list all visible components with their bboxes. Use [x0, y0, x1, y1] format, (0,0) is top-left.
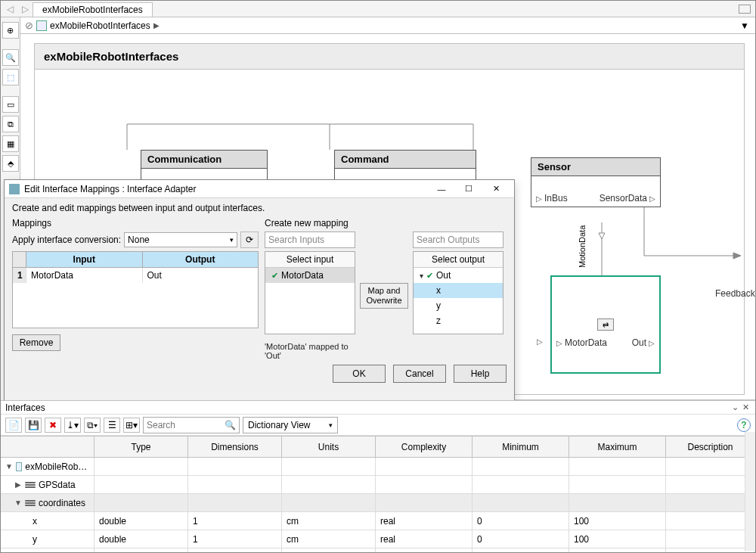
output-item-out[interactable]: ▾ ✔ Out	[414, 268, 503, 283]
dialog-description: Create and edit mappings between input a…	[12, 203, 507, 213]
col-units-header[interactable]: Units	[282, 436, 376, 457]
create-mapping-label: Create new mapping	[265, 218, 507, 228]
map-and-overwrite-button[interactable]: Map and Overwrite	[360, 283, 408, 309]
svg-marker-10	[599, 233, 605, 239]
col-output-header: Output	[143, 252, 259, 267]
search-outputs-field[interactable]: Search Outputs	[413, 231, 503, 248]
port-inbus: InBus	[544, 193, 568, 203]
new-interface-button[interactable]: 📄	[5, 418, 22, 433]
grid-row-root[interactable]: ▼exMobileRobotInterfaces	[1, 458, 755, 476]
bus-icon	[25, 481, 36, 489]
tool-image-button[interactable]: ▦	[2, 135, 19, 152]
dialog-title: Edit Interface Mappings : Interface Adap…	[24, 184, 196, 194]
help-icon[interactable]: ?	[737, 418, 751, 432]
grid-row-y[interactable]: y double1cmreal0100	[1, 530, 755, 548]
dialog-titlebar[interactable]: Edit Interface Mappings : Interface Adap…	[5, 180, 514, 198]
refresh-button[interactable]: ⟳	[240, 231, 259, 248]
tool-annotation-button[interactable]: ⧉	[2, 116, 19, 132]
panel-close-icon[interactable]: ✕	[740, 402, 751, 413]
maximize-icon[interactable]	[739, 5, 751, 14]
apply-conversion-select[interactable]: None▾	[124, 232, 237, 247]
block-interface-adapter[interactable]: ⇄ ▷MotorData Out▷ ▷	[550, 275, 661, 374]
structure-button[interactable]: ⊞▾	[123, 418, 140, 433]
nav-back-icon[interactable]: ◁	[4, 3, 16, 15]
tab-model[interactable]: exMobileRobotInterfaces	[33, 2, 153, 17]
col-complexity-header[interactable]: Complexity	[376, 436, 472, 457]
col-input-header: Input	[26, 252, 143, 267]
mapping-status: 'MotorData' mapped to 'Out'	[265, 342, 355, 360]
svg-marker-7	[733, 253, 741, 259]
grid-row-coordinates[interactable]: ▼coordinates	[1, 494, 755, 512]
view-select[interactable]: Dictionary View▾	[243, 417, 338, 433]
col-description-header[interactable]: Description	[666, 436, 755, 457]
select-input-header: Select input	[265, 252, 355, 268]
col-type-header[interactable]: Type	[94, 436, 188, 457]
fit-to-view-button[interactable]: ⊕	[2, 22, 19, 39]
search-inputs-field[interactable]: Search Inputs	[265, 231, 355, 248]
duplicate-button[interactable]: ⧉▾	[84, 418, 101, 433]
check-icon: ✔	[271, 271, 278, 281]
import-button[interactable]: ⤓▾	[64, 418, 81, 433]
output-item-z[interactable]: z	[414, 313, 503, 328]
vertical-scrollbar[interactable]	[745, 432, 755, 551]
breadcrumb-dropdown-icon[interactable]: ▼	[740, 20, 749, 31]
panel-minimize-icon[interactable]: ⌄	[730, 402, 740, 413]
smart-guides-button[interactable]: ⬚	[2, 69, 19, 85]
help-button[interactable]: Help	[454, 365, 507, 383]
breadcrumb-back-icon[interactable]: ⊘	[25, 20, 33, 31]
output-item-y[interactable]: y	[414, 298, 503, 313]
col-dimensions-header[interactable]: Dimensions	[188, 436, 282, 457]
block-sensor[interactable]: Sensor ▷InBus SensorData▷	[531, 157, 661, 207]
interfaces-toolbar: 📄 💾 ✖ ⤓▾ ⧉▾ ☰ ⊞▾ Search🔍 Dictionary View…	[1, 415, 755, 436]
zoom-button[interactable]: 🔍	[2, 49, 19, 66]
ok-button[interactable]: OK	[333, 365, 386, 383]
mapping-row[interactable]: 1 MotorData Out	[13, 268, 258, 283]
nav-forward-icon[interactable]: ▷	[19, 3, 31, 15]
interfaces-grid[interactable]: Type Dimensions Units Complexity Minimum…	[1, 436, 755, 552]
grid-row-z[interactable]: z double1cmreal0100	[1, 548, 755, 552]
port-motordata: MotorData	[565, 337, 607, 348]
select-input-list[interactable]: Select input ✔ MotorData	[265, 251, 355, 334]
select-output-list[interactable]: Select output ▾ ✔ Out x y z	[413, 251, 503, 334]
motiondata-label: MotionData	[578, 225, 587, 268]
mappings-label: Mappings	[12, 218, 259, 228]
maximize-button[interactable]: ☐	[455, 181, 482, 197]
col-maximum-header[interactable]: Maximum	[569, 436, 666, 457]
tool-box-button[interactable]: ▭	[2, 96, 19, 113]
apply-conversion-label: Apply interface conversion:	[12, 235, 121, 245]
chevron-down-icon[interactable]: ▾	[420, 272, 423, 280]
tool-viewer-button[interactable]: ⬘	[2, 155, 19, 172]
port-out: Out	[632, 337, 646, 348]
block-command-header: Command	[335, 151, 476, 169]
remove-button[interactable]: Remove	[12, 334, 60, 351]
save-button[interactable]: 💾	[25, 418, 42, 433]
delete-button[interactable]: ✖	[45, 418, 61, 433]
canvas-title: exMobileRobotInterfaces	[35, 44, 744, 70]
grid-row-x[interactable]: x double1cmreal0100	[1, 512, 755, 530]
breadcrumb: ⊘ exMobileRobotInterfaces ▶ ▼	[20, 17, 755, 34]
breadcrumb-arrow-icon[interactable]: ▶	[153, 21, 160, 30]
mappings-table[interactable]: Input Output 1 MotorData Out	[12, 251, 259, 328]
model-icon	[36, 20, 47, 31]
col-minimum-header[interactable]: Minimum	[472, 436, 569, 457]
cancel-button[interactable]: Cancel	[393, 365, 446, 383]
filter-button[interactable]: ☰	[104, 418, 120, 433]
search-icon: 🔍	[225, 420, 236, 430]
dialog-edit-interface-mappings: Edit Interface Mappings : Interface Adap…	[4, 179, 515, 402]
breadcrumb-label[interactable]: exMobileRobotInterfaces	[50, 20, 150, 31]
interfaces-panel: Interfaces ⌄ ✕ 📄 💾 ✖ ⤓▾ ⧉▾ ☰ ⊞▾ Search🔍 …	[1, 400, 755, 552]
select-output-header: Select output	[414, 252, 503, 268]
minimize-button[interactable]: —	[428, 181, 455, 197]
dialog-icon	[9, 184, 20, 194]
close-button[interactable]: ✕	[482, 181, 510, 197]
input-item-motordata[interactable]: ✔ MotorData	[265, 268, 355, 283]
interfaces-search-input[interactable]: Search🔍	[143, 417, 240, 433]
grid-row-gpsdata[interactable]: ▶GPSdata	[1, 476, 755, 494]
output-item-x[interactable]: x	[414, 283, 503, 298]
adapter-core-icon: ⇄	[597, 318, 614, 331]
check-icon: ✔	[426, 271, 433, 281]
tab-bar: ◁ ▷ exMobileRobotInterfaces	[1, 1, 755, 17]
outport-feedback[interactable]: Feedback ▷	[715, 288, 755, 299]
block-sensor-header: Sensor	[531, 158, 660, 176]
bus-icon	[25, 499, 36, 507]
